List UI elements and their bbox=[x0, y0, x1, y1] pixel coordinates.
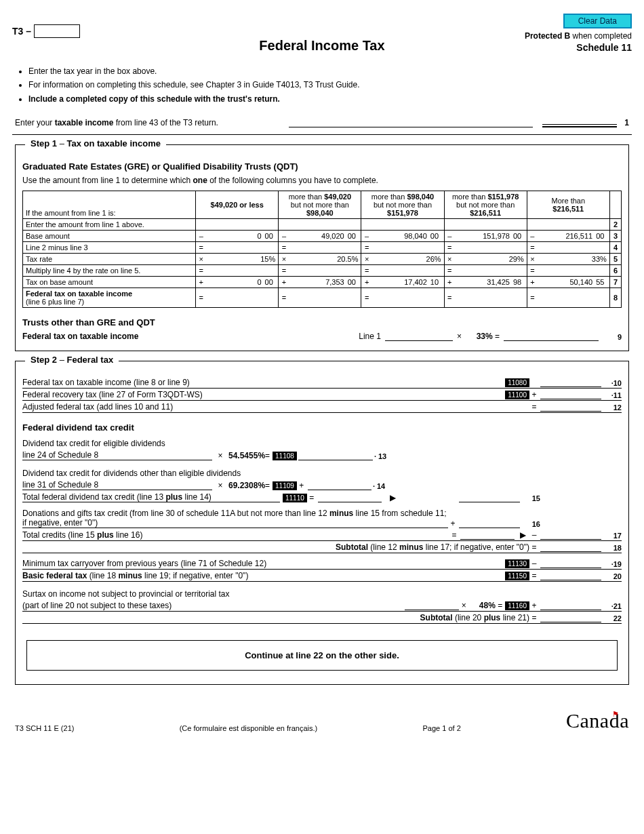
line-number: 22 bbox=[603, 614, 622, 622]
line-number: ·10 bbox=[603, 379, 622, 387]
line-22-input[interactable] bbox=[540, 613, 601, 622]
brackets-header-row: If the amount from line 1 is: $49,020 or… bbox=[23, 191, 622, 219]
tax-year-input[interactable] bbox=[34, 24, 80, 38]
brackets-row-3: Base amount –000 –49,02000 –98,04000 –15… bbox=[23, 231, 622, 242]
line-13-input[interactable] bbox=[298, 451, 373, 460]
line-21-input-a[interactable] bbox=[405, 601, 459, 610]
bracket-col-4: more than $151,978 but not more than $21… bbox=[444, 191, 527, 219]
brackets-row-5: Tax rate ×15% ×20.5% ×26% ×29% ×33% 5 bbox=[23, 254, 622, 265]
canada-wordmark-icon: Canada⚑ bbox=[566, 709, 629, 732]
line-number: 20 bbox=[603, 572, 622, 580]
arrow-right-icon: ▶ bbox=[383, 493, 403, 502]
line-15-input-b[interactable] bbox=[459, 493, 520, 502]
line-9-row: Federal tax on taxable income Line 1 × 3… bbox=[22, 332, 622, 341]
line-19-row: Minimum tax carryover from previous year… bbox=[22, 557, 622, 570]
brackets-row-8: Federal tax on taxable income (line 6 pl… bbox=[23, 288, 622, 308]
line-12-input[interactable] bbox=[540, 402, 601, 412]
line-16-row: Donations and gifts tax credit (from lin… bbox=[22, 507, 622, 529]
times-icon: × bbox=[459, 601, 468, 610]
line-10-input[interactable] bbox=[540, 378, 601, 387]
line-22-row: Subtotal (line 20 plus line 21) = 22 bbox=[22, 612, 622, 624]
form-id: T3 SCH 11 E (21) bbox=[15, 724, 74, 732]
line-number: 16 bbox=[521, 520, 540, 528]
times-icon: × bbox=[212, 451, 228, 460]
clear-data-button[interactable]: Clear Data bbox=[563, 14, 632, 28]
brackets-row-4: Line 2 minus line 3 = = = = = 4 bbox=[23, 242, 622, 254]
other-trusts-heading: Trusts other than GRE and QDT bbox=[22, 317, 622, 327]
line-14-row-a: Dividend tax credit for dividends other … bbox=[22, 466, 622, 479]
brackets-row-6: Multiply line 4 by the rate on line 5. =… bbox=[23, 265, 622, 277]
line-number: ·19 bbox=[603, 560, 622, 568]
line-17-input-a[interactable] bbox=[460, 530, 515, 540]
line-9-result-input[interactable] bbox=[504, 332, 599, 341]
field-code: 11100 bbox=[505, 391, 529, 399]
divider bbox=[12, 134, 632, 135]
line-13-row-a: Dividend tax credit for eligible dividen… bbox=[22, 437, 622, 449]
page-footer: T3 SCH 11 E (21) (Ce formulaire est disp… bbox=[12, 709, 632, 732]
line-21-row-a: Surtax on income not subject to provinci… bbox=[22, 587, 622, 599]
field-code: 11150 bbox=[505, 572, 529, 580]
gre-qdt-heading: Graduated Rate Estates (GRE) or Qualifie… bbox=[22, 161, 622, 172]
bracket-col-3: more than $98,040 but not more than $151… bbox=[361, 191, 444, 219]
flag-icon: ⚑ bbox=[612, 710, 620, 719]
line-19-input[interactable] bbox=[540, 559, 601, 568]
line-20-row: Basic federal tax (line 18 minus line 19… bbox=[22, 570, 622, 582]
line-number: ·11 bbox=[603, 391, 622, 399]
bracket-col-2: more than $49,020 but not more than $98,… bbox=[279, 191, 361, 219]
brackets-row-7: Tax on base amount +000 +7,35300 +17,402… bbox=[23, 277, 622, 288]
instruction-item: For information on completing this sched… bbox=[28, 78, 632, 92]
line-number: 1 bbox=[617, 118, 629, 127]
step-1-box: Step 1 – Tax on taxable income Graduated… bbox=[15, 144, 629, 351]
line-number: 12 bbox=[603, 403, 622, 412]
gre-qdt-text: Use the amount from line 1 to determine … bbox=[22, 176, 622, 185]
times-icon: × bbox=[212, 481, 228, 490]
brackets-header-numcol bbox=[609, 191, 621, 219]
times-icon: × bbox=[457, 332, 462, 341]
t3-dash: – bbox=[26, 26, 31, 37]
line-11-input[interactable] bbox=[540, 390, 601, 399]
line-1-label: Enter your taxable income from line 43 o… bbox=[15, 118, 286, 127]
line-number: 18 bbox=[603, 544, 622, 552]
field-code: 11160 bbox=[505, 601, 529, 610]
step-2-box: Step 2 – Federal tax Federal tax on taxa… bbox=[15, 361, 629, 685]
line-17-input-b[interactable] bbox=[540, 530, 601, 540]
line-number: · 14 bbox=[373, 482, 393, 490]
line-9-line1-label: Line 1 bbox=[359, 332, 381, 341]
bracket-col-5: More than $216,511 bbox=[527, 191, 609, 219]
line-number: 17 bbox=[603, 532, 622, 540]
header-right: Clear Data Protected B when completed Sc… bbox=[525, 14, 632, 53]
line-number: 9 bbox=[603, 333, 622, 341]
step-1-legend: Step 1 – Tax on taxable income bbox=[25, 138, 166, 148]
instruction-item: Include a completed copy of this schedul… bbox=[28, 92, 632, 106]
line-14-row-b: line 31 of Schedule 8 × 69.2308% = 11109… bbox=[22, 479, 622, 491]
line-18-row: Subtotal (line 12 minus line 17; if nega… bbox=[22, 541, 622, 553]
brackets-header-label: If the amount from line 1 is: bbox=[23, 191, 196, 219]
line-21-input-b[interactable] bbox=[540, 601, 601, 610]
line-14-input[interactable] bbox=[308, 481, 371, 490]
step-2-legend: Step 2 – Federal tax bbox=[25, 355, 119, 365]
line-17-row: Total credits (line 15 plus line 16) = ▶… bbox=[22, 529, 622, 541]
line-15-input-a[interactable] bbox=[318, 493, 382, 502]
line-20-input[interactable] bbox=[540, 571, 601, 580]
protected-b-label: Protected B when completed bbox=[525, 31, 632, 41]
field-code: 11130 bbox=[505, 559, 529, 568]
instruction-item: Enter the tax year in the box above. bbox=[28, 64, 632, 78]
line-13-row-b: line 24 of Schedule 8 × 54.5455% = 11108… bbox=[22, 449, 622, 461]
line-21-row-b: (part of line 20 not subject to these ta… bbox=[22, 599, 622, 612]
bracket-col-1: $49,020 or less bbox=[196, 191, 279, 219]
line-18-input[interactable] bbox=[540, 542, 601, 552]
line-15-row: Total federal dividend tax credit (line … bbox=[22, 491, 622, 503]
t3-label: T3 bbox=[12, 26, 23, 37]
line-12-row: Adjusted federal tax (add lines 10 and 1… bbox=[22, 401, 622, 413]
line-1-input[interactable] bbox=[542, 115, 617, 127]
line-11-row: Federal recovery tax (line 27 of Form T3… bbox=[22, 389, 622, 401]
page-number: Page 1 of 2 bbox=[422, 724, 460, 732]
schedule-number: Schedule 11 bbox=[525, 42, 632, 53]
line-16-input[interactable] bbox=[459, 519, 520, 528]
arrow-right-icon: ▶ bbox=[516, 530, 529, 540]
line-number: · 13 bbox=[374, 452, 395, 460]
line-9-input-line1[interactable] bbox=[385, 332, 453, 341]
french-notice: (Ce formulaire est disponible en françai… bbox=[180, 724, 318, 732]
field-code: 11109 bbox=[273, 481, 297, 490]
field-code: 11110 bbox=[283, 494, 307, 502]
